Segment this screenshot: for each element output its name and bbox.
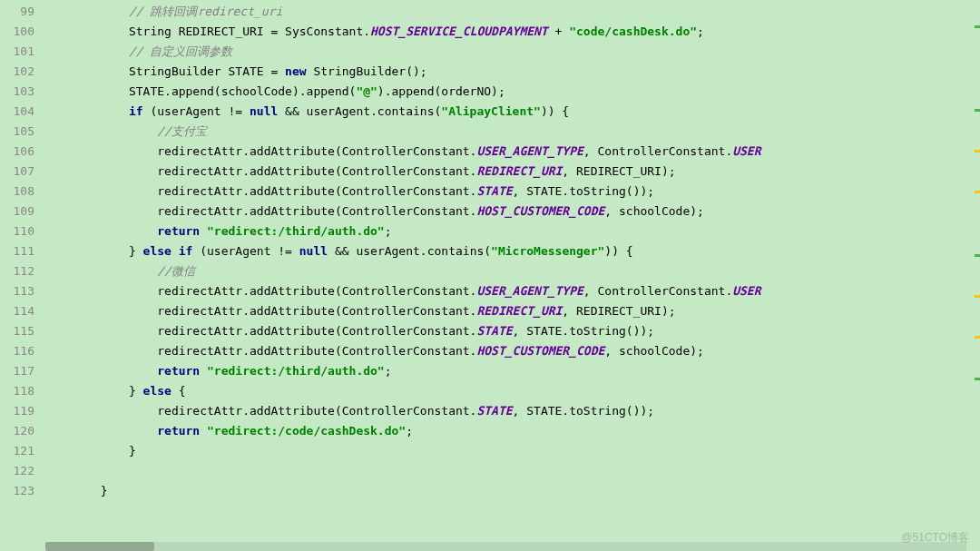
token: , REDIRECT_URI); <box>562 164 675 178</box>
code-editor[interactable]: 9910010110210310410510610710810911011111… <box>0 0 980 551</box>
line-number: 115 <box>4 321 34 341</box>
code-line[interactable]: redirectAttr.addAttribute(ControllerCons… <box>44 301 980 321</box>
code-line[interactable]: //支付宝 <box>44 122 980 142</box>
code-line[interactable]: return "redirect:/third/auth.do"; <box>44 221 980 241</box>
code-line[interactable]: redirectAttr.addAttribute(ControllerCons… <box>44 202 980 221</box>
line-number: 100 <box>4 22 34 42</box>
code-line[interactable]: if (userAgent != null && userAgent.conta… <box>44 102 980 122</box>
token: , ControllerConstant. <box>583 144 732 158</box>
token: , STATE.toString()); <box>513 324 655 338</box>
code-line[interactable]: redirectAttr.addAttribute(ControllerCons… <box>44 162 980 182</box>
watermark: @51CTO博客 <box>901 530 969 546</box>
token: StringBuilder(); <box>307 64 427 78</box>
code-line[interactable]: } <box>44 481 980 501</box>
token: ; <box>385 364 392 378</box>
token-static-field: HOST_CUSTOMER_CODE <box>476 344 604 358</box>
token-static-field: USER <box>732 284 760 298</box>
code-line[interactable]: STATE.append(schoolCode).append("@").app… <box>44 82 980 102</box>
code-line[interactable]: // 跳转回调redirect_uri <box>44 2 980 22</box>
code-line[interactable]: redirectAttr.addAttribute(ControllerCons… <box>44 341 980 361</box>
token: ; <box>406 424 413 438</box>
token: , schoolCode); <box>604 344 704 358</box>
code-line[interactable]: // 自定义回调参数 <box>44 42 980 62</box>
line-number: 117 <box>4 361 34 381</box>
token: } <box>129 244 143 258</box>
code-line[interactable]: return "redirect:/third/auth.do"; <box>44 361 980 381</box>
token-keyword: return <box>157 424 207 438</box>
token-string: "@" <box>356 84 377 98</box>
editor-marker[interactable] <box>975 336 980 339</box>
token-static-field: STATE <box>476 184 512 198</box>
token-static-field: HOST_CUSTOMER_CODE <box>476 204 604 218</box>
token: ; <box>697 25 704 38</box>
code-line[interactable]: //微信 <box>44 261 980 281</box>
code-line[interactable]: redirectAttr.addAttribute(ControllerCons… <box>44 401 980 421</box>
token: )) { <box>541 104 569 118</box>
code-line[interactable]: redirectAttr.addAttribute(ControllerCons… <box>44 182 980 202</box>
code-line[interactable]: } else { <box>44 381 980 401</box>
code-line[interactable]: redirectAttr.addAttribute(ControllerCons… <box>44 321 980 341</box>
token: redirectAttr.addAttribute(ControllerCons… <box>157 324 476 338</box>
line-number: 121 <box>4 441 34 461</box>
token-static-field: HOST_SERVICE_CLOUDPAYMENT <box>370 25 548 38</box>
line-number: 102 <box>4 62 34 82</box>
token: redirectAttr.addAttribute(ControllerCons… <box>157 284 476 298</box>
token-keyword: return <box>157 224 207 238</box>
editor-marker[interactable] <box>975 191 980 193</box>
token: + <box>548 25 569 38</box>
token-comment: // 自定义回调参数 <box>129 44 232 58</box>
token: String REDIRECT_URI = SysConstant. <box>129 25 370 38</box>
token: } <box>129 444 136 458</box>
line-number: 109 <box>4 202 34 221</box>
code-area[interactable]: // 跳转回调redirect_uri String REDIRECT_URI … <box>44 0 980 551</box>
code-line[interactable] <box>44 461 980 481</box>
token: ).append(orderNO); <box>377 84 505 98</box>
token: (userAgent != <box>143 104 250 118</box>
token-string: "AlipayClient" <box>441 104 541 118</box>
token: , STATE.toString()); <box>513 184 655 198</box>
line-number: 116 <box>4 341 34 361</box>
editor-marker[interactable] <box>975 150 980 153</box>
editor-marker[interactable] <box>975 109 980 112</box>
editor-marker[interactable] <box>975 254 980 257</box>
code-line[interactable]: String REDIRECT_URI = SysConstant.HOST_S… <box>44 22 980 42</box>
line-number: 118 <box>4 381 34 401</box>
line-number: 105 <box>4 122 34 142</box>
editor-marker[interactable] <box>975 25 980 28</box>
line-number: 104 <box>4 102 34 122</box>
token: , STATE.toString()); <box>513 404 655 418</box>
editor-marker[interactable] <box>975 378 980 380</box>
line-number: 101 <box>4 42 34 62</box>
line-number: 108 <box>4 182 34 202</box>
horizontal-scrollbar[interactable] <box>45 542 966 551</box>
token-keyword: null <box>299 244 328 258</box>
token: (userAgent != <box>192 244 299 258</box>
token-keyword: else if <box>143 244 193 258</box>
code-line[interactable]: StringBuilder STATE = new StringBuilder(… <box>44 62 980 82</box>
token: redirectAttr.addAttribute(ControllerCons… <box>157 144 476 158</box>
code-line[interactable]: redirectAttr.addAttribute(ControllerCons… <box>44 142 980 162</box>
token-static-field: REDIRECT_URI <box>476 164 562 178</box>
scrollbar-thumb[interactable] <box>45 542 154 551</box>
code-line[interactable]: } <box>44 441 980 461</box>
token: redirectAttr.addAttribute(ControllerCons… <box>157 344 476 358</box>
code-line[interactable]: } else if (userAgent != null && userAgen… <box>44 241 980 261</box>
line-number: 103 <box>4 82 34 102</box>
code-line[interactable]: return "redirect:/code/cashDesk.do"; <box>44 421 980 441</box>
token: && userAgent.contains( <box>328 244 491 258</box>
line-number: 106 <box>4 142 34 162</box>
token-comment: //微信 <box>157 264 195 278</box>
token: StringBuilder STATE = <box>129 64 285 78</box>
token: redirectAttr.addAttribute(ControllerCons… <box>157 404 476 418</box>
token-static-field: USER_AGENT_TYPE <box>476 284 583 298</box>
token-comment: //支付宝 <box>157 124 207 138</box>
token: , ControllerConstant. <box>583 284 732 298</box>
line-number: 112 <box>4 261 34 281</box>
editor-marker[interactable] <box>975 295 980 298</box>
token-static-field: STATE <box>476 404 512 418</box>
token-string: "code/cashDesk.do" <box>569 25 697 38</box>
token: ; <box>385 224 392 238</box>
code-line[interactable]: redirectAttr.addAttribute(ControllerCons… <box>44 281 980 301</box>
token: { <box>172 384 186 398</box>
line-number: 122 <box>4 461 34 481</box>
